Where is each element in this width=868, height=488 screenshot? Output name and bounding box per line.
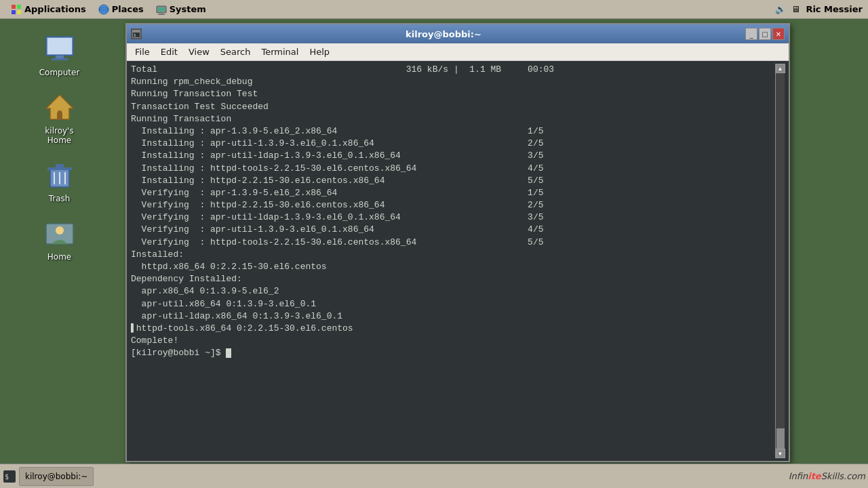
svg-rect-16 [57, 113, 62, 119]
trash-label: Trash [49, 194, 71, 203]
places-menu[interactable]: Places [93, 3, 149, 16]
scrollbar-up[interactable]: ▲ [776, 64, 785, 73]
scrollbar-down[interactable]: ▼ [776, 449, 785, 458]
desktop: Computer kilroy's Home Trash [0, 19, 119, 464]
terminal-line: Total 316 kB/s | 1.1 MB 00:03 [131, 64, 775, 76]
scrollbar-track[interactable] [776, 73, 785, 449]
system-icon [156, 4, 167, 15]
taskbar-brand: InfiniteSkills.com [789, 471, 865, 481]
svg-rect-12 [47, 38, 72, 54]
svg-rect-1 [17, 5, 21, 9]
terminal-text-area: Total 316 kB/s | 1.1 MB 00:03Running rpm… [131, 64, 775, 458]
terminal-line: Transaction Test Succeeded [131, 101, 775, 113]
home2-icon [43, 217, 76, 249]
applications-label: Applications [24, 4, 86, 14]
terminal-titlebar: $_ kilroy@bobbi:~ _ □ ✕ [127, 24, 789, 43]
desktop-icon-trash[interactable]: Trash [33, 159, 87, 203]
system-label: System [170, 4, 206, 14]
computer-icon [43, 33, 76, 65]
terminal-content[interactable]: Total 316 kB/s | 1.1 MB 00:03Running rpm… [127, 61, 789, 461]
terminal-scrollbar[interactable]: ▲ ▼ [775, 64, 785, 458]
system-menu[interactable]: System [151, 3, 212, 16]
svg-rect-3 [17, 10, 21, 14]
terminal-window-icon: $_ [131, 28, 142, 39]
svg-rect-13 [56, 56, 64, 58]
svg-point-24 [56, 226, 64, 235]
system-bar-left: Applications Places System [5, 3, 212, 16]
computer-label: Computer [39, 68, 80, 77]
taskbar-terminal-icon: $ [3, 470, 16, 483]
desktop-icon-home2[interactable]: Home [33, 217, 87, 262]
terminal-line: Installing : apr-1.3.9-5.el6_2.x86_64 1/… [131, 125, 775, 138]
terminal-line: apr.x86_64 0:1.3.9-5.el6_2 [131, 285, 775, 298]
svg-rect-19 [56, 164, 64, 168]
terminal-line: Complete! [131, 335, 775, 347]
home-icon [43, 91, 76, 123]
terminal-line: Dependency Installed: [131, 273, 775, 285]
terminal-menubar: File Edit View Search Terminal Help [127, 43, 789, 61]
terminal-line: httpd.x86_64 0:2.2.15-30.el6.centos [131, 261, 775, 273]
svg-rect-14 [52, 58, 68, 60]
home2-label: Home [47, 252, 71, 262]
taskbar-item-label: kilroy@bobbi:~ [25, 472, 87, 481]
terminal-line: Verifying : apr-util-1.3.9-3.el6_0.1.x86… [131, 224, 775, 236]
home-label: kilroy's Home [33, 126, 87, 145]
svg-text:$_: $_ [134, 33, 139, 38]
places-label: Places [112, 4, 144, 14]
menu-view[interactable]: View [183, 45, 215, 58]
terminal-title: kilroy@bobbi:~ [142, 29, 745, 39]
terminal-line: Verifying : httpd-tools-2.2.15-30.el6.ce… [131, 237, 775, 249]
terminal-line: apr-util.x86_64 0:1.3.9-3.el6_0.1 [131, 298, 775, 310]
menu-terminal[interactable]: Terminal [256, 45, 304, 58]
system-bar-right: 🔊 🖥 Ric Messier [775, 4, 863, 14]
menu-search[interactable]: Search [215, 45, 256, 58]
svg-text:$: $ [5, 473, 9, 481]
volume-icon: 🔊 [775, 4, 786, 14]
close-button[interactable]: ✕ [772, 28, 785, 40]
user-label: Ric Messier [806, 4, 863, 14]
maximize-button[interactable]: □ [759, 28, 771, 40]
svg-rect-10 [158, 14, 165, 15]
menu-file[interactable]: File [130, 45, 155, 58]
menu-edit[interactable]: Edit [155, 45, 183, 58]
terminal-line: Running rpm_check_debug [131, 76, 775, 88]
applications-icon [11, 4, 22, 15]
terminal-line: [kilroy@bobbi ~]$ [131, 347, 775, 359]
desktop-icon-home[interactable]: kilroy's Home [33, 91, 87, 145]
svg-rect-8 [158, 7, 165, 12]
scrollbar-thumb[interactable] [776, 428, 785, 449]
desktop-icon-computer[interactable]: Computer [33, 33, 87, 77]
svg-rect-2 [12, 10, 16, 14]
terminal-line: Verifying : apr-util-ldap-1.3.9-3.el6_0.… [131, 211, 775, 224]
trash-icon [43, 159, 76, 191]
menu-help[interactable]: Help [304, 45, 335, 58]
terminal-line: Installing : apr-util-1.3.9-3.el6_0.1.x8… [131, 138, 775, 150]
minimize-button[interactable]: _ [745, 28, 757, 40]
terminal-line: Installing : apr-util-ldap-1.3.9-3.el6_0… [131, 150, 775, 162]
taskbar: $ kilroy@bobbi:~ InfiniteSkills.com [0, 464, 868, 488]
terminal-line: Running Transaction Test [131, 88, 775, 100]
places-icon [98, 4, 109, 15]
terminal-line: Verifying : apr-1.3.9-5.el6_2.x86_64 1/5 [131, 187, 775, 199]
terminal-window: $_ kilroy@bobbi:~ _ □ ✕ File Edit View S… [125, 23, 790, 462]
network-icon: 🖥 [791, 4, 800, 14]
brand-label: InfiniteSkills.com [789, 471, 865, 481]
terminal-line: Installed: [131, 249, 775, 261]
terminal-cursor [226, 348, 231, 358]
taskbar-terminal-item[interactable]: kilroy@bobbi:~ [19, 467, 94, 486]
system-bar: Applications Places System 🔊 🖥 Ric Messi… [0, 0, 868, 19]
terminal-line: Verifying : httpd-2.2.15-30.el6.centos.x… [131, 199, 775, 211]
applications-menu[interactable]: Applications [5, 3, 92, 16]
terminal-line: ▌httpd-tools.x86_64 0:2.2.15-30.el6.cent… [131, 323, 775, 335]
terminal-line: Installing : httpd-tools-2.2.15-30.el6.c… [131, 163, 775, 175]
terminal-line: Running Transaction [131, 113, 775, 125]
svg-rect-9 [159, 13, 163, 14]
terminal-line: apr-util-ldap.x86_64 0:1.3.9-3.el6_0.1 [131, 310, 775, 323]
terminal-line: Installing : httpd-2.2.15-30.el6.centos.… [131, 175, 775, 187]
titlebar-controls: _ □ ✕ [745, 28, 785, 40]
svg-rect-0 [12, 5, 16, 9]
